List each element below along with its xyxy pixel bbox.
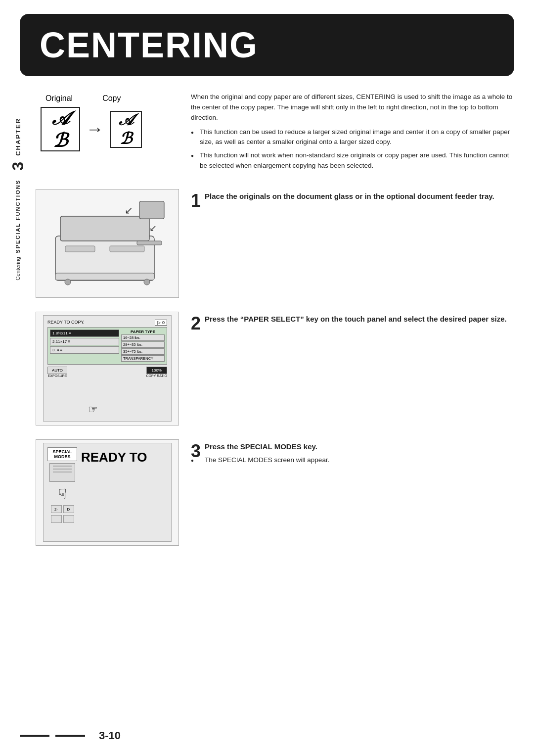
step-3-image: SPECIALMODES ☟ 2-: [36, 439, 179, 546]
diagram-area: Original Copy 𝒜 ℬ → 𝒜 ℬ: [36, 92, 179, 174]
step-1-content: 1 Place the originals on the document gl…: [179, 189, 516, 210]
bullet-2: This function will not work when non-sta…: [191, 150, 516, 171]
content-area: CHAPTER 3 SPECIAL FUNCTIONS Centering Or…: [0, 88, 534, 682]
step-2: READY TO COPY. ▷ 0 1.8½x11 ≡ 2.11×17 ≡ 3…: [36, 312, 516, 425]
svg-rect-7: [110, 246, 144, 252]
svg-rect-11: [137, 241, 162, 245]
footer-line-2: [55, 735, 85, 737]
step-1-title: Place the originals on the document glas…: [191, 191, 516, 202]
ready-to-text: READY TO: [81, 450, 167, 465]
special-functions-label: SPECIAL FUNCTIONS: [15, 180, 21, 253]
bullet-list: This function can be used to reduce a la…: [191, 127, 516, 171]
diagram-labels: Original Copy: [45, 94, 121, 103]
footer: 3-10: [0, 729, 534, 742]
finger-modes-icon: ☟: [58, 486, 67, 502]
step-3-bullets: The SPECIAL MODES screen will appear.: [191, 455, 516, 465]
step-1: ↙ ↙ 1: [36, 189, 516, 298]
step-2-image: READY TO COPY. ▷ 0 1.8½x11 ≡ 2.11×17 ≡ 3…: [36, 312, 179, 425]
svg-text:↙: ↙: [125, 205, 133, 216]
arrow-icon: →: [86, 119, 104, 140]
step-3: SPECIALMODES ☟ 2-: [36, 439, 516, 546]
main-content: Original Copy 𝒜 ℬ → 𝒜 ℬ When the ori: [32, 88, 534, 682]
svg-text:↙: ↙: [149, 223, 157, 233]
diagram-boxes: 𝒜 ℬ → 𝒜 ℬ: [41, 107, 142, 151]
step-2-title: Press the “PAPER SELECT” key on the touc…: [191, 314, 516, 325]
step-3-content: 3 Press the SPECIAL MODES key. The SPECI…: [179, 439, 516, 467]
chapter-label: CHAPTER: [14, 118, 22, 156]
panel-display: 1.8½x11 ≡ 2.11×17 ≡ 3. 4 ≡ PAPER TYPE 16…: [47, 327, 167, 365]
original-box: 𝒜 ℬ: [41, 107, 80, 151]
top-section: Original Copy 𝒜 ℬ → 𝒜 ℬ When the ori: [36, 92, 516, 174]
header-bar: CENTERING: [20, 14, 514, 76]
svg-point-9: [65, 279, 71, 285]
ready-to-copy-text: READY TO COPY. ▷ 0: [47, 320, 167, 326]
original-label: Original: [45, 94, 73, 103]
panel-footer: AUTO EXPOSURE 100% COPY RATIO: [47, 367, 167, 378]
svg-rect-1: [60, 216, 149, 241]
step-1-image: ↙ ↙: [36, 189, 179, 298]
sidebar: CHAPTER 3 SPECIAL FUNCTIONS Centering: [4, 88, 32, 682]
svg-rect-8: [55, 273, 154, 280]
main-description: When the original and copy paper are of …: [191, 92, 516, 123]
description-area: When the original and copy paper are of …: [179, 92, 516, 174]
page-title: CENTERING: [40, 25, 258, 65]
step-1-header: 1 Place the originals on the document gl…: [191, 191, 516, 202]
svg-rect-3: [139, 201, 164, 219]
modes-key-button: [49, 463, 75, 482]
footer-line: [20, 735, 49, 737]
ready-to-section: READY TO: [81, 447, 167, 537]
step-2-number: 2: [191, 315, 201, 332]
svg-point-10: [144, 279, 150, 285]
copier-illustration: ↙ ↙: [41, 196, 174, 290]
chapter-number: 3: [9, 162, 27, 171]
page-number: 3-10: [99, 729, 121, 742]
svg-rect-6: [65, 246, 95, 252]
steps-section: ↙ ↙ 1: [36, 189, 516, 546]
copy-label: Copy: [102, 94, 121, 103]
step-1-number: 1: [191, 192, 201, 210]
centering-label: Centering: [15, 257, 21, 281]
finger-icon: ☞: [88, 403, 98, 416]
copy-box: 𝒜 ℬ: [110, 111, 142, 148]
step-3-bullet-1: The SPECIAL MODES screen will appear.: [191, 455, 516, 465]
panel-left: 1.8½x11 ≡ 2.11×17 ≡ 3. 4 ≡: [50, 330, 119, 362]
bullet-1: This function can be used to reduce a la…: [191, 127, 516, 147]
special-modes-section: SPECIALMODES ☟ 2-: [47, 447, 77, 537]
step-2-content: 2 Press the “PAPER SELECT” key on the to…: [179, 312, 516, 332]
panel-right: PAPER TYPE 16~28 lbs. 28+~35 lbs. 35+~75…: [121, 330, 165, 362]
step-3-title: Press the SPECIAL MODES key.: [191, 441, 516, 452]
